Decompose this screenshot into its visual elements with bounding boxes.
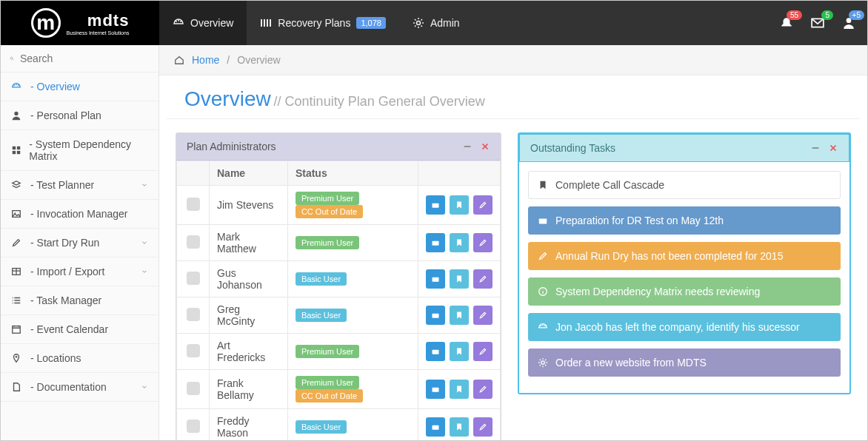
task-item[interactable]: System Dependency Matrix needs reviewing [528, 277, 841, 306]
admin-name: Gus Johanson [210, 261, 288, 297]
admin-name: Mark Matthew [210, 225, 288, 261]
row-checkbox[interactable] [187, 308, 200, 321]
panel-title: Plan Administrators [187, 141, 276, 152]
admin-name: Frank Bellamy [210, 370, 288, 409]
row-edit-button[interactable] [473, 417, 493, 437]
task-item[interactable]: Order a new website from MDTS [528, 349, 841, 377]
admins-table: Name Status Jim Stevens Premium User CC … [176, 161, 501, 441]
file-icon [11, 382, 21, 392]
edit-icon [478, 275, 487, 283]
info-icon [538, 286, 548, 297]
sidebar-item-10[interactable]: - Documentation [1, 373, 158, 402]
row-camera-button[interactable] [426, 195, 445, 215]
status-badge: Premium User [296, 192, 359, 205]
sidebar-item-label: - Invocation Manager [30, 208, 128, 220]
row-bookmark-button[interactable] [450, 269, 469, 289]
sidebar-item-2[interactable]: - System Dependency Matrix [1, 130, 158, 171]
row-checkbox[interactable] [187, 272, 200, 285]
sidebar-item-5[interactable]: - Start Dry Run [1, 229, 158, 257]
row-camera-button[interactable] [426, 342, 445, 361]
topnav-recovery plans[interactable]: Recovery Plans 1,078 [247, 1, 399, 45]
user-menu[interactable]: +5 [842, 16, 855, 30]
panel-header: Outstanding Tasks [518, 133, 850, 162]
row-camera-button[interactable] [426, 306, 445, 325]
notifications-bell[interactable]: 55 [780, 16, 793, 30]
table-row: Frank Bellamy Premium User CC Out of Dat… [177, 370, 501, 409]
sidebar-item-0[interactable]: - Overview [1, 73, 158, 101]
task-item[interactable]: Preparation for DR Test on May 12th [528, 206, 841, 235]
brand-mark-icon: m [31, 8, 61, 38]
sidebar-item-7[interactable]: - Task Manager [1, 286, 158, 315]
sidebar-item-8[interactable]: - Event Calendar [1, 315, 158, 344]
panel-close[interactable] [480, 141, 490, 152]
row-checkbox[interactable] [187, 198, 200, 211]
task-item[interactable]: Complete Call Cascade [528, 171, 841, 199]
topnav-overview[interactable]: Overview [159, 1, 247, 45]
row-checkbox[interactable] [187, 382, 200, 395]
bookmark-icon [455, 201, 464, 209]
task-item[interactable]: Jon Jacob has left the company, identify… [528, 313, 841, 341]
col-status: Status [287, 161, 418, 186]
dashboard-icon [538, 322, 548, 332]
sidebar-item-4[interactable]: - Invocation Manager [1, 200, 158, 229]
edit-icon [478, 423, 487, 431]
row-bookmark-button[interactable] [450, 417, 469, 437]
chevron-down-icon [141, 383, 148, 391]
row-edit-button[interactable] [473, 195, 493, 215]
task-text: Preparation for DR Test on May 12th [555, 215, 724, 226]
row-checkbox[interactable] [187, 235, 200, 249]
row-bookmark-button[interactable] [450, 233, 469, 252]
brand-logo[interactable]: m mdts Business Internet Solutions [1, 1, 159, 45]
gear-icon [413, 17, 424, 29]
notifications-mail[interactable]: 5 [811, 16, 824, 30]
row-camera-button[interactable] [426, 380, 445, 399]
top-navigation: Overview Recovery Plans 1,078 Admin [159, 1, 780, 45]
topnav-admin[interactable]: Admin [399, 1, 473, 45]
sidebar-item-label: - Locations [30, 352, 81, 364]
panel-minimize[interactable] [462, 141, 473, 152]
sidebar-item-label: - Start Dry Run [30, 237, 99, 249]
row-edit-button[interactable] [473, 380, 493, 399]
row-edit-button[interactable] [473, 233, 493, 252]
row-bookmark-button[interactable] [450, 306, 469, 325]
row-edit-button[interactable] [473, 306, 493, 325]
panel-minimize[interactable] [810, 143, 821, 153]
table-row: Gus Johanson Basic User [177, 261, 501, 297]
row-checkbox[interactable] [187, 344, 200, 357]
table-row: Greg McGinty Basic User [177, 297, 501, 334]
row-bookmark-button[interactable] [450, 342, 469, 361]
search-input[interactable] [20, 53, 150, 64]
sidebar-item-1[interactable]: - Personal Plan [1, 101, 158, 130]
bookmark-icon [538, 180, 548, 190]
row-camera-button[interactable] [426, 233, 445, 252]
row-camera-button[interactable] [426, 417, 445, 437]
row-edit-button[interactable] [473, 342, 493, 361]
home-icon [174, 55, 184, 65]
task-text: System Dependency Matrix needs reviewing [555, 286, 760, 297]
panel-close[interactable] [828, 143, 838, 153]
row-bookmark-button[interactable] [450, 195, 469, 215]
row-camera-button[interactable] [426, 269, 445, 289]
table-icon [11, 266, 21, 277]
brand-tagline: Business Internet Solutions [67, 30, 130, 36]
camera-icon [431, 385, 440, 394]
status-badge: Premium User [296, 376, 359, 389]
task-item[interactable]: Annual Run Dry has not been completed fo… [528, 242, 841, 270]
task-text: Annual Run Dry has not been completed fo… [555, 250, 783, 262]
sidebar-item-9[interactable]: - Locations [1, 344, 158, 373]
chevron-down-icon [141, 239, 148, 246]
breadcrumb: Home / Overview [159, 45, 867, 75]
status-badge: CC Out of Date [296, 205, 363, 218]
row-edit-button[interactable] [473, 269, 493, 289]
list-icon [11, 295, 21, 306]
user-icon [11, 110, 21, 121]
sidebar-search[interactable] [1, 45, 158, 73]
row-bookmark-button[interactable] [450, 380, 469, 399]
sidebar-item-label: - Task Manager [30, 294, 101, 306]
sidebar-item-3[interactable]: - Test Planner [1, 171, 158, 200]
breadcrumb-home-link[interactable]: Home [192, 54, 219, 66]
bookmark-icon [455, 275, 464, 283]
sidebar-item-6[interactable]: - Import / Export [1, 257, 158, 286]
outstanding-tasks-panel: Outstanding Tasks Complete Call Cascade … [518, 132, 851, 394]
row-checkbox[interactable] [187, 420, 200, 433]
